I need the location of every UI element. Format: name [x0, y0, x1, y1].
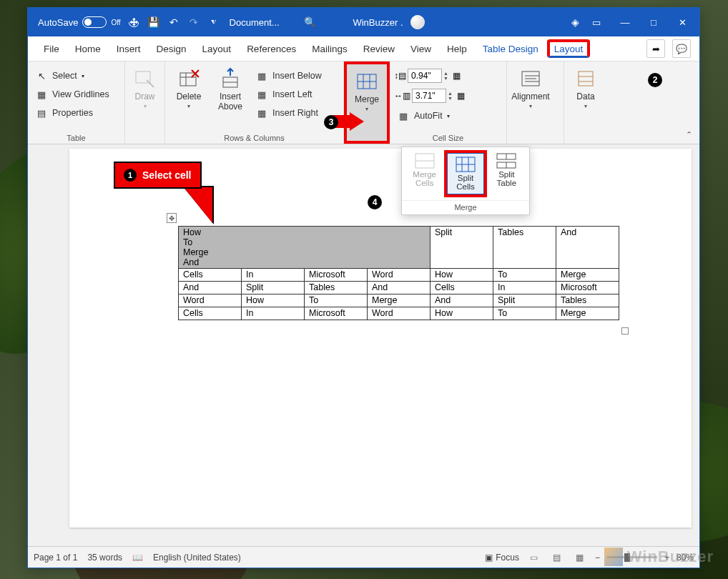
alignment-button[interactable]: Alignment ▾ — [511, 64, 550, 112]
table-cell[interactable]: Split — [242, 282, 305, 295]
row-height-input[interactable]: ↕▤ ▲▼ ▦ — [394, 67, 465, 84]
zoom-out-button[interactable]: − — [595, 553, 600, 563]
autosave-toggle[interactable]: AutoSave Off — [38, 16, 121, 28]
table-cell[interactable]: Cells — [179, 307, 242, 320]
tab-table-layout[interactable]: Layout — [547, 39, 591, 58]
merge-button[interactable]: Merge ▾ — [348, 64, 386, 115]
table-cell[interactable]: And — [179, 282, 242, 295]
save-icon[interactable]: 💾 — [147, 15, 161, 29]
insert-left-button[interactable]: ▦ Insert Left — [252, 86, 325, 103]
table-move-handle-icon[interactable]: ✥ — [167, 213, 177, 223]
tab-file[interactable]: File — [36, 39, 67, 59]
data-button[interactable]: Data ▾ — [569, 64, 603, 112]
table-cell[interactable]: Microsoft — [305, 307, 368, 320]
spellcheck-icon[interactable]: 📖 — [132, 553, 143, 563]
split-cells-item[interactable]: Split Cells — [447, 153, 483, 194]
delete-button[interactable]: Delete ▾ — [169, 64, 208, 112]
redo-icon[interactable]: ↷ — [187, 15, 201, 29]
insert-right-button[interactable]: ▦ Insert Right — [252, 104, 325, 122]
col-width-input[interactable]: ↔▥ ▲▼ ▦ — [394, 87, 465, 104]
split-cells-icon — [456, 157, 476, 172]
language-status[interactable]: English (United States) — [153, 553, 241, 563]
select-button[interactable]: ↖ Select ▾ — [32, 67, 112, 84]
split-table-item[interactable]: Split Table — [487, 150, 526, 197]
table-cell[interactable]: To — [493, 307, 556, 320]
table-cell[interactable]: Microsoft — [305, 269, 368, 282]
merged-cell[interactable]: How To Merge And — [179, 227, 431, 269]
tab-review[interactable]: Review — [356, 39, 402, 59]
table-cell[interactable]: And — [431, 295, 493, 307]
table-cell[interactable]: Tables — [493, 227, 556, 269]
table-resize-handle-icon[interactable] — [621, 327, 629, 335]
read-mode-icon[interactable]: ▭ — [526, 551, 542, 564]
spinner-icon[interactable]: ▲▼ — [448, 91, 453, 101]
table-cell[interactable]: Merge — [556, 307, 619, 320]
user-avatar-icon[interactable] — [410, 15, 425, 29]
maximize-button[interactable]: □ — [639, 8, 668, 36]
insert-below-button[interactable]: ▦ Insert Below — [252, 67, 325, 84]
table-cell[interactable]: Tables — [556, 295, 619, 307]
insert-above-button[interactable]: Insert Above — [211, 64, 250, 114]
focus-mode-button[interactable]: ▣Focus — [485, 553, 519, 563]
qat-dropdown-icon[interactable]: ⧨ — [207, 15, 221, 29]
strikethrough-icon[interactable]: 🕁 — [127, 15, 141, 29]
tab-insert[interactable]: Insert — [109, 39, 148, 59]
undo-icon[interactable]: ↶ — [167, 15, 181, 29]
document-area[interactable]: 1 Select cell ✥ How To Merge And Split T… — [28, 144, 699, 546]
tab-view[interactable]: View — [403, 39, 438, 59]
distribute-cols-icon[interactable]: ▦ — [457, 91, 465, 101]
properties-button[interactable]: ▤ Properties — [32, 104, 112, 122]
table-cell[interactable]: Microsoft — [556, 282, 619, 295]
table-cell[interactable]: Cells — [179, 269, 242, 282]
table-cell[interactable]: And — [368, 282, 431, 295]
table-cell[interactable]: Word — [368, 269, 431, 282]
ribbon-display-icon[interactable]: ▭ — [582, 8, 611, 36]
page-status[interactable]: Page 1 of 1 — [34, 553, 77, 563]
table-cell[interactable]: How — [431, 307, 493, 320]
minimize-button[interactable]: — — [611, 8, 639, 36]
table-cell[interactable]: Cells — [431, 282, 493, 295]
tab-design[interactable]: Design — [149, 39, 194, 59]
tab-layout[interactable]: Layout — [195, 39, 239, 59]
collapse-ribbon-icon[interactable]: ⌃ — [686, 130, 692, 139]
table-cell[interactable]: In — [242, 307, 305, 320]
table-cell[interactable]: Word — [368, 307, 431, 320]
search-icon[interactable]: 🔍 — [302, 15, 317, 29]
table-cell[interactable]: Word — [179, 295, 242, 307]
spinner-icon[interactable]: ▲▼ — [443, 71, 448, 81]
comments-icon[interactable]: 💬 — [672, 39, 691, 58]
print-layout-icon[interactable]: ▤ — [549, 551, 565, 564]
view-gridlines-button[interactable]: ▦ View Gridlines — [32, 86, 112, 103]
height-field[interactable] — [408, 69, 442, 83]
table-cell[interactable]: Split — [431, 227, 493, 269]
close-button[interactable]: ✕ — [668, 8, 697, 36]
table-cell[interactable]: How — [431, 269, 493, 282]
table-cell[interactable]: Merge — [556, 269, 619, 282]
share-icon[interactable]: ➦ — [646, 39, 665, 58]
table-cell[interactable]: In — [493, 282, 556, 295]
tab-home[interactable]: Home — [68, 39, 108, 59]
table-cell[interactable]: And — [556, 227, 619, 269]
tab-table-design[interactable]: Table Design — [476, 39, 546, 59]
width-icon: ↔▥ — [394, 91, 410, 101]
table-cell[interactable]: How — [242, 295, 305, 307]
table-cell[interactable]: To — [493, 269, 556, 282]
table-cell[interactable]: In — [242, 269, 305, 282]
tab-references[interactable]: References — [240, 39, 303, 59]
distribute-rows-icon[interactable]: ▦ — [453, 71, 461, 81]
watermark: WinBuzzer — [604, 548, 714, 566]
table-cell[interactable]: Split — [493, 295, 556, 307]
table-cell[interactable]: To — [305, 295, 368, 307]
document-table[interactable]: How To Merge And Split Tables And CellsI… — [178, 226, 619, 320]
autofit-button[interactable]: ▦ AutoFit ▾ — [394, 107, 465, 124]
table-cell[interactable]: Tables — [305, 282, 368, 295]
table-cell[interactable]: Merge — [368, 295, 431, 307]
word-count[interactable]: 35 words — [87, 553, 122, 563]
tab-mailings[interactable]: Mailings — [305, 39, 355, 59]
merge-icon — [355, 70, 378, 93]
tab-help[interactable]: Help — [440, 39, 474, 59]
web-layout-icon[interactable]: ▦ — [572, 551, 588, 564]
insert-left-icon: ▦ — [255, 88, 268, 101]
diamond-icon[interactable]: ◈ — [568, 15, 582, 29]
width-field[interactable] — [412, 89, 446, 103]
